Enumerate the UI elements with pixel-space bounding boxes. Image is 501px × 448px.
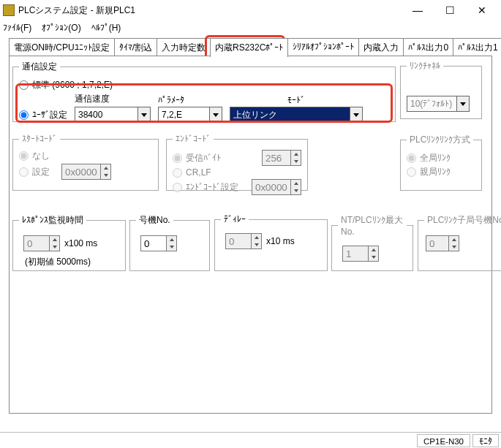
spin-start-input	[61, 164, 101, 180]
group-plc-link-method: PLCﾘﾝｸﾘﾝｸ方式 全局ﾘﾝｸ 親局ﾘﾝｸ	[400, 134, 482, 191]
tab-timer[interactable]: ﾀｲﾏ/割込	[114, 38, 157, 57]
group-delay-legend: ﾃﾞｨﾚｰ	[221, 214, 249, 224]
tab-pulse1[interactable]: ﾊﾟﾙｽ出力1	[453, 38, 501, 57]
group-unit-no: 号機No.	[129, 214, 210, 271]
spin-unit-input[interactable]	[140, 235, 167, 251]
spin-end-input	[252, 179, 291, 195]
label-all-link: 全局ﾘﾝｸ	[420, 152, 451, 164]
chevron-down-icon[interactable]	[167, 243, 176, 251]
tab-serial-option[interactable]: ｼﾘｱﾙｵﾌﾟｼｮﾝﾎﾟｰﾄ	[287, 38, 359, 57]
group-end-legend: ｴﾝﾄﾞｺｰﾄﾞ	[173, 134, 214, 144]
combo-speed-input[interactable]	[75, 107, 138, 123]
group-comm-settings: 通信設定 標準 (9600 ; 1,7,2,E) ﾕｰｻﾞ設定 通信速度	[12, 61, 396, 122]
chevron-down-icon[interactable]	[350, 107, 363, 123]
label-resp-default: (初期値 5000ms)	[25, 256, 119, 268]
app-icon	[3, 4, 15, 16]
combo-param[interactable]	[158, 107, 222, 123]
radio-all-link	[407, 153, 416, 163]
group-unit-legend: 号機No.	[136, 214, 173, 227]
radio-standard[interactable]	[19, 80, 29, 90]
label-start-set: 設定	[32, 166, 50, 178]
spin-end-set	[252, 179, 301, 195]
combo-speed[interactable]	[75, 107, 151, 123]
tab-power-cpu[interactable]: 電源ON時/CPUﾕﾆｯﾄ設定	[9, 38, 115, 57]
tab-panel: 通信設定 標準 (9600 ; 1,7,2,E) ﾕｰｻﾞ設定 通信速度	[9, 56, 492, 414]
chevron-up-icon[interactable]	[167, 236, 176, 243]
spin-plclinkno	[426, 235, 501, 251]
label-recv-byte: 受信ﾊﾞｲﾄ	[186, 152, 221, 164]
label-delay-unit: x10 ms	[266, 236, 295, 246]
group-delay: ﾃﾞｨﾚｰ x10 ms	[214, 214, 328, 271]
chevron-down-icon	[456, 96, 470, 112]
radio-master-link	[407, 167, 416, 177]
label-speed: 通信速度	[75, 93, 151, 105]
label-user: ﾕｰｻﾞ設定	[32, 109, 67, 121]
group-plc-link-slave-no: PLCﾘﾝｸ子局号機No.	[418, 214, 501, 271]
group-link-legend: ﾘﾝｸﾁｬﾈﾙ	[407, 61, 443, 71]
status-mode: ﾓﾆﾀ	[472, 434, 499, 447]
tab-strip: 電源ON時/CPUﾕﾆｯﾄ設定 ﾀｲﾏ/割込 入力時定数 内蔵RS232Cﾎﾟｰ…	[9, 38, 492, 57]
menu-help[interactable]: ﾍﾙﾌﾟ(H)	[91, 23, 121, 33]
close-button[interactable]: ✕	[466, 1, 498, 19]
group-start-code: ｽﾀｰﾄｺｰﾄﾞ なし 設定	[12, 134, 159, 191]
radio-start-set	[19, 167, 29, 177]
title-bar: PLCシステム設定 - 新規PLC1 — ☐ ✕	[0, 0, 501, 20]
label-start-none: なし	[32, 150, 50, 162]
status-model: CP1E-N30	[417, 434, 470, 447]
group-response-timeout: ﾚｽﾎﾟﾝｽ監視時間 x100 ms (初期値 5000ms)	[12, 214, 126, 271]
spin-delay	[225, 233, 262, 249]
radio-user[interactable]	[19, 110, 29, 120]
label-standard: 標準 (9600 ; 1,7,2,E)	[32, 79, 113, 91]
radio-crlf	[173, 168, 182, 178]
combo-mode-input[interactable]	[230, 107, 350, 123]
combo-link-channel-input	[407, 96, 456, 112]
radio-end-set	[173, 183, 182, 192]
spin-resp	[23, 235, 60, 251]
window-title: PLCシステム設定 - 新規PLC1	[18, 4, 402, 17]
status-bar: CP1E-N30 ﾓﾆﾀ	[0, 432, 501, 448]
group-link-channel: ﾘﾝｸﾁｬﾈﾙ	[400, 61, 482, 119]
group-comm-legend: 通信設定	[19, 61, 60, 73]
menu-bar: ﾌｧｲﾙ(F) ｵﾌﾟｼｮﾝ(O) ﾍﾙﾌﾟ(H)	[0, 20, 501, 35]
group-plclinkno-legend: PLCﾘﾝｸ子局号機No.	[424, 214, 501, 227]
menu-option[interactable]: ｵﾌﾟｼｮﾝ(O)	[42, 23, 80, 33]
group-resp-legend: ﾚｽﾎﾟﾝｽ監視時間	[19, 214, 86, 227]
label-param: ﾊﾟﾗﾒｰﾀ	[158, 95, 222, 105]
group-nt-legend: NT/PLCﾘﾝｸ最大No.	[338, 214, 407, 237]
label-end-set: ｴﾝﾄﾞｺｰﾄﾞ設定	[186, 181, 238, 194]
maximize-button[interactable]: ☐	[434, 1, 466, 19]
group-end-code: ｴﾝﾄﾞｺｰﾄﾞ 受信ﾊﾞｲﾄ CR,LF ｴﾝﾄﾞｺｰﾄﾞ設定	[166, 134, 308, 191]
label-master-link: 親局ﾘﾝｸ	[420, 166, 451, 178]
tab-input-const[interactable]: 入力時定数	[157, 38, 211, 57]
label-resp-unit: x100 ms	[64, 238, 97, 248]
tab-builtin-input[interactable]: 内蔵入力	[358, 38, 404, 57]
group-start-legend: ｽﾀｰﾄｺｰﾄﾞ	[19, 134, 60, 144]
group-nt-plc-max: NT/PLCﾘﾝｸ最大No.	[331, 214, 413, 271]
chevron-down-icon[interactable]	[209, 107, 222, 123]
spin-recv-byte	[262, 150, 301, 166]
combo-mode[interactable]	[230, 107, 363, 123]
combo-link-channel[interactable]	[407, 96, 475, 112]
radio-start-none	[19, 151, 29, 161]
chevron-down-icon[interactable]	[138, 107, 151, 123]
tab-pulse0[interactable]: ﾊﾟﾙｽ出力0	[403, 38, 453, 57]
radio-recv-byte	[173, 153, 182, 163]
spin-nt-input	[342, 246, 369, 262]
menu-file[interactable]: ﾌｧｲﾙ(F)	[3, 23, 31, 33]
label-crlf: CR,LF	[186, 167, 211, 178]
spin-nt	[342, 246, 407, 262]
tab-rs232c[interactable]: 内蔵RS232Cﾎﾟｰﾄ	[210, 38, 288, 57]
spin-unit[interactable]	[140, 235, 203, 251]
spin-start-value	[61, 164, 111, 180]
combo-param-input[interactable]	[158, 107, 209, 123]
minimize-button[interactable]: —	[402, 1, 434, 19]
spin-plclinkno-input	[426, 235, 449, 251]
spin-recv-input	[262, 150, 291, 166]
spin-resp-input	[23, 235, 50, 251]
label-mode: ﾓｰﾄﾞ	[230, 95, 363, 105]
group-plclink-legend: PLCﾘﾝｸﾘﾝｸ方式	[407, 134, 473, 146]
spin-delay-input	[225, 233, 252, 249]
